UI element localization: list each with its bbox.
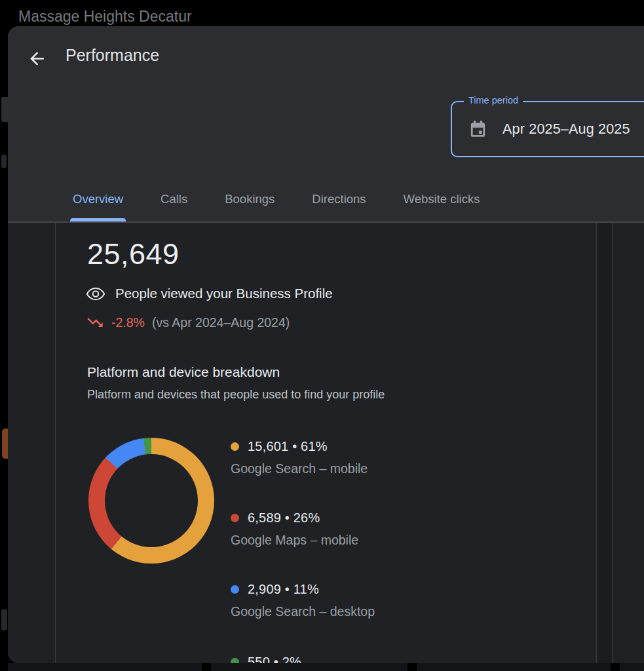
breakdown-title: Platform and device breakdown (87, 364, 280, 380)
column-divider (596, 223, 597, 663)
legend-label: Google Maps – mobile (231, 533, 358, 548)
underlying-card-gap (611, 663, 620, 671)
window-title: Massage Heights Decatur (18, 8, 192, 26)
views-caption: People viewed your Business Profile (115, 286, 333, 301)
back-button[interactable] (25, 47, 48, 70)
legend-dot-red (231, 514, 239, 522)
breakdown-subtitle: Platform and devices that people used to… (87, 388, 385, 402)
legend-dot-orange (231, 442, 239, 451)
legend-item: 15,601 • 61% Google Search – mobile (231, 439, 368, 476)
trending-down-icon (86, 313, 104, 332)
legend-dot-green (231, 658, 239, 663)
calendar-icon (469, 119, 487, 139)
trend-comparison: (vs Apr 2024–Aug 2024) (152, 315, 290, 330)
overview-content: 25,649 People viewed your Business Profi… (8, 221, 644, 663)
background-fragment (1, 155, 7, 168)
column-gutter (597, 223, 612, 663)
legend-stat: 2,909 • 11% (248, 582, 319, 597)
underlying-card-gap (407, 663, 417, 671)
legend-stat: 550 • 2% (248, 655, 301, 663)
time-period-field[interactable]: Time period Apr 2025–Aug 2025 (451, 101, 644, 157)
tab-website-clicks[interactable]: Website clicks (401, 183, 483, 221)
column-divider (55, 223, 56, 663)
column-divider (612, 223, 613, 663)
legend-label: Google Search – mobile (231, 461, 368, 476)
underlying-card-gap (202, 663, 211, 671)
page-title: Performance (66, 46, 159, 65)
eye-icon (86, 287, 105, 301)
underlying-page-edge (8, 663, 644, 671)
legend-item: 2,909 • 11% Google Search – desktop (231, 582, 375, 619)
performance-panel: Performance Time period Apr 2025–Aug 202… (8, 26, 644, 663)
donut-chart (88, 438, 214, 564)
legend-label: Google Search – desktop (231, 604, 375, 619)
tab-calls[interactable]: Calls (158, 183, 190, 221)
trend-delta: -2.8% (111, 315, 145, 330)
views-total: 25,649 (87, 237, 180, 271)
tab-bar: Overview Calls Bookings Directions Websi… (70, 183, 482, 221)
background-fragment (1, 609, 7, 630)
background-fragment-orange (2, 429, 8, 459)
donut-hole (105, 454, 198, 547)
time-period-value: Apr 2025–Aug 2025 (502, 121, 630, 138)
tab-directions[interactable]: Directions (309, 183, 368, 221)
legend-stat: 15,601 • 61% (248, 439, 328, 454)
arrow-left-icon (27, 48, 47, 69)
tab-overview[interactable]: Overview (70, 183, 126, 221)
time-period-label: Time period (464, 95, 523, 105)
legend-dot-blue (231, 585, 239, 594)
tab-bookings[interactable]: Bookings (222, 183, 277, 221)
panel-header: Performance Time period Apr 2025–Aug 202… (8, 26, 644, 221)
legend-stat: 6,589 • 26% (248, 510, 320, 526)
legend-item: 550 • 2% (231, 655, 301, 663)
legend-item: 6,589 • 26% Google Maps – mobile (231, 510, 358, 548)
